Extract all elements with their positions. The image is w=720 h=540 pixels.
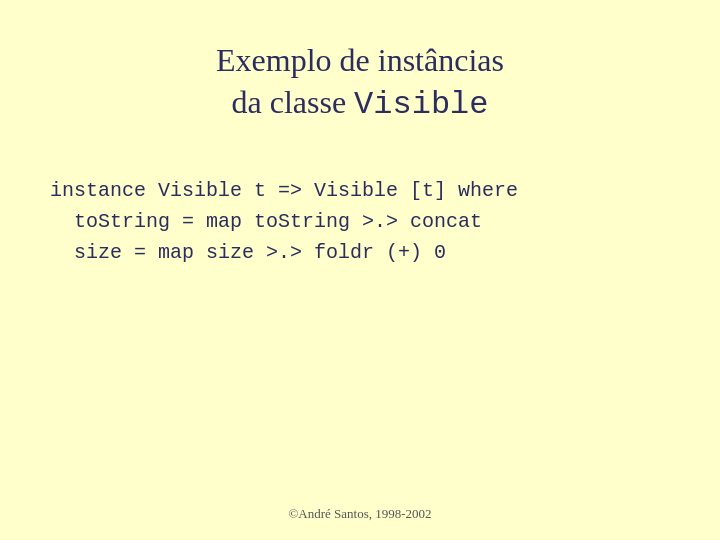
- title-line1: Exemplo de instâncias: [216, 40, 504, 82]
- title-line2: da classe Visible: [216, 82, 504, 126]
- footer: ©André Santos, 1998-2002: [288, 506, 431, 522]
- footer-text: ©André Santos, 1998-2002: [288, 506, 431, 521]
- code-line-3: size = map size >.> foldr (+) 0: [50, 237, 690, 268]
- code-line-1: instance Visible t => Visible [t] where: [50, 175, 690, 206]
- title-line2-prefix: da classe: [231, 84, 354, 120]
- title-block: Exemplo de instâncias da classe Visible: [216, 40, 504, 125]
- title-line2-code: Visible: [354, 86, 488, 123]
- slide-container: Exemplo de instâncias da classe Visible …: [0, 0, 720, 540]
- code-block: instance Visible t => Visible [t] where …: [30, 175, 690, 268]
- title-line1-text: Exemplo de instâncias: [216, 42, 504, 78]
- code-line-2: toString = map toString >.> concat: [50, 206, 690, 237]
